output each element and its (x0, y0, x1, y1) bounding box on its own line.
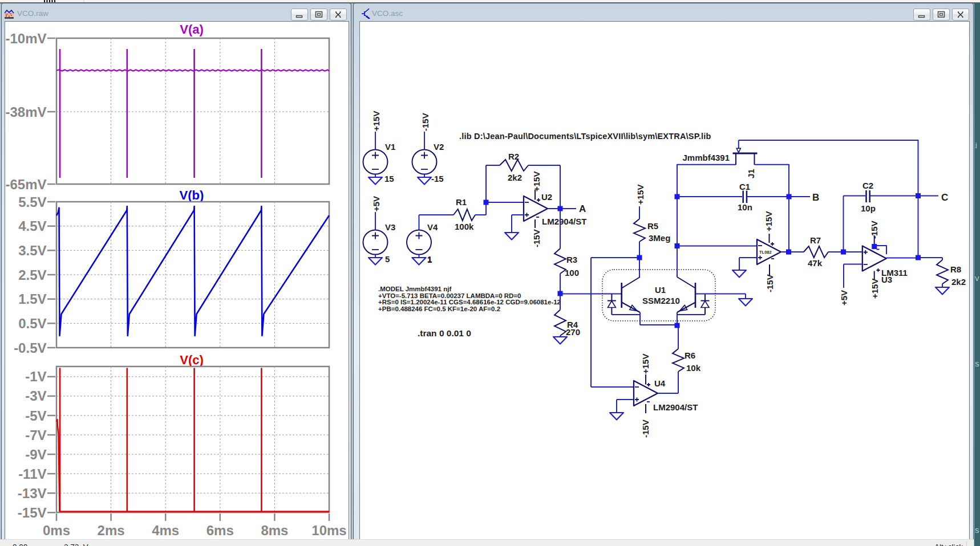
svg-text:-1V: -1V (25, 369, 46, 384)
svg-text:R5: R5 (647, 221, 658, 231)
svg-text:1: 1 (427, 255, 432, 264)
svg-text:6ms: 6ms (206, 523, 234, 537)
svg-text:U4: U4 (654, 378, 666, 388)
svg-text:R6: R6 (685, 351, 695, 360)
svg-text:V(a): V(a) (180, 22, 204, 36)
svg-text:-5V: -5V (25, 408, 46, 423)
svg-text:-3V: -3V (25, 388, 46, 404)
svg-text:+15V: +15V (532, 172, 541, 191)
svg-text:R8: R8 (950, 264, 961, 274)
svg-text:+15V: +15V (371, 111, 381, 131)
svg-text:U2: U2 (541, 192, 552, 202)
svg-text:-9V: -9V (25, 447, 46, 462)
svg-text:.lib D:\Jean-Paul\Documents\LT: .lib D:\Jean-Paul\Documents\LTspiceXVII\… (459, 132, 711, 141)
svg-text:-15V: -15V (18, 505, 47, 520)
svg-text:-10mV: -10mV (5, 31, 46, 46)
svg-text:-15V: -15V (532, 229, 541, 247)
svg-text:V3: V3 (385, 222, 395, 232)
svg-text:10k: 10k (686, 363, 701, 373)
svg-text:+15V: +15V (641, 354, 650, 374)
svg-text:Jmmbf4391: Jmmbf4391 (682, 153, 730, 162)
svg-text:4ms: 4ms (152, 523, 179, 537)
svg-text:J1: J1 (746, 169, 756, 178)
svg-text:4.5V: 4.5V (18, 218, 46, 234)
svg-text:C: C (941, 192, 948, 203)
svg-text:0ms: 0ms (43, 523, 70, 537)
svg-text:.MODEL Jmmbf4391 njf: .MODEL Jmmbf4391 njf (378, 286, 451, 292)
svg-text:10p: 10p (861, 203, 876, 213)
svg-text:2k2: 2k2 (508, 173, 522, 182)
svg-text:2.5V: 2.5V (18, 267, 46, 283)
svg-text:-38mV: -38mV (5, 104, 46, 120)
svg-text:SSM2210: SSM2210 (642, 296, 680, 305)
svg-text:+5V: +5V (371, 196, 381, 211)
svg-text:5.5V: 5.5V (18, 194, 46, 210)
svg-text:-13V: -13V (18, 486, 47, 501)
svg-text:-15: -15 (431, 174, 444, 184)
svg-text:5: 5 (385, 254, 390, 264)
svg-text:3Meg: 3Meg (649, 233, 670, 243)
svg-text:R3: R3 (566, 255, 577, 264)
svg-text:R2: R2 (508, 152, 519, 161)
svg-text:100: 100 (565, 268, 579, 278)
svg-text:+15V: +15V (764, 211, 774, 231)
svg-text:A: A (579, 203, 586, 214)
svg-text:+RS=0 IS=1.20024e-11 CGS=4.686: +RS=0 IS=1.20024e-11 CGS=4.68616e-12 CGD… (378, 299, 561, 305)
svg-text:-15V: -15V (641, 419, 650, 438)
svg-text:.tran 0 0.01 0: .tran 0 0.01 0 (418, 328, 471, 338)
svg-text:47k: 47k (808, 258, 823, 268)
svg-text:+VTO=-5.713 BETA=0.00237 LAMBD: +VTO=-5.713 BETA=0.00237 LAMBDA=0 RD=0 (378, 292, 521, 299)
svg-text:-15V: -15V (420, 113, 430, 131)
svg-text:U1: U1 (655, 285, 666, 295)
svg-text:-11V: -11V (18, 466, 46, 482)
svg-text:1.5V: 1.5V (18, 291, 46, 307)
svg-text:10n: 10n (738, 202, 752, 212)
svg-text:8ms: 8ms (261, 523, 288, 537)
svg-text:270: 270 (566, 327, 580, 337)
svg-text:+5V: +5V (839, 290, 849, 305)
svg-text:-0.5V: -0.5V (14, 340, 46, 356)
svg-text:+PB=0.488246 FC=0.5 KF=1e-20 A: +PB=0.488246 FC=0.5 KF=1e-20 AF=0.2 (378, 305, 500, 312)
svg-text:+15V: +15V (635, 185, 645, 205)
svg-text:-15V: -15V (765, 274, 775, 292)
svg-text:10ms: 10ms (311, 523, 346, 537)
svg-text:C2: C2 (862, 181, 873, 190)
svg-text:R7: R7 (810, 235, 821, 245)
svg-text:V(c): V(c) (180, 353, 204, 367)
svg-text:-15V: -15V (869, 221, 879, 239)
svg-text:15: 15 (384, 174, 394, 184)
svg-text:2ms: 2ms (98, 523, 125, 537)
svg-text:-65mV: -65mV (5, 177, 46, 192)
svg-text:-7V: -7V (25, 427, 46, 443)
svg-text:100k: 100k (455, 222, 474, 231)
svg-text:3.5V: 3.5V (18, 243, 46, 258)
svg-text:V1: V1 (385, 142, 395, 152)
svg-text:2k2: 2k2 (951, 277, 966, 287)
svg-text:TL082: TL082 (759, 250, 772, 255)
svg-text:R1: R1 (456, 197, 467, 207)
svg-text:0.5V: 0.5V (18, 316, 46, 331)
svg-text:U3: U3 (881, 275, 892, 284)
svg-text:V(b): V(b) (180, 188, 204, 202)
svg-text:V4: V4 (427, 222, 438, 232)
svg-text:V2: V2 (434, 142, 444, 152)
svg-text:LM2904/ST: LM2904/ST (653, 402, 698, 412)
svg-text:B: B (812, 192, 819, 203)
svg-text:C1: C1 (739, 182, 750, 191)
svg-text:LM2904/ST: LM2904/ST (542, 217, 586, 226)
svg-text:+15V: +15V (870, 279, 880, 299)
